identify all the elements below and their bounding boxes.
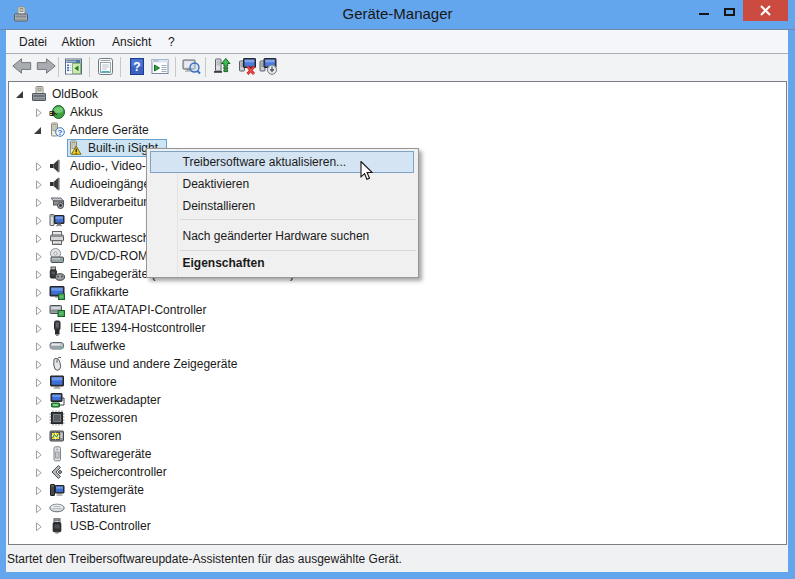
svg-text:?: ? xyxy=(133,60,140,74)
